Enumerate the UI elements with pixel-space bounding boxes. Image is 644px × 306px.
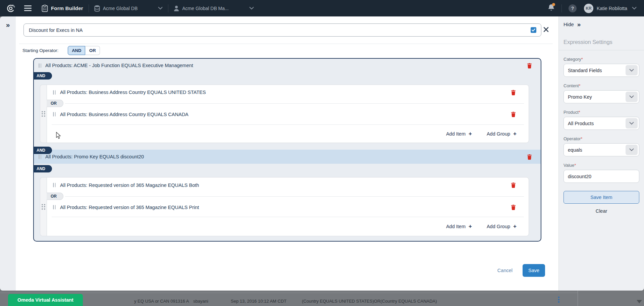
root-expression-group: All Products: ACME - Job Function EQUALS… <box>33 58 541 242</box>
chevron-down-icon <box>626 65 638 75</box>
drag-handle-icon[interactable] <box>39 63 41 68</box>
omeda-logo-icon[interactable] <box>0 3 21 13</box>
expression-name-input[interactable] <box>23 23 541 37</box>
chevron-down-icon <box>626 92 638 102</box>
expression-item-text: All Products: Requested version of 365 M… <box>60 183 199 188</box>
content-select[interactable]: Promo Key <box>564 90 639 103</box>
subgroup-2: All Products: Requested version of 365 M… <box>40 177 529 236</box>
form-builder-modal: » Starting Operator: AND OR All Products… <box>0 16 644 291</box>
nav-divider <box>168 4 168 12</box>
value-input[interactable] <box>564 170 639 183</box>
delete-item-icon[interactable] <box>526 62 533 69</box>
background-cell-name: y EQ USA or CAN 091316 A <box>134 299 189 304</box>
form-builder-clipboard-icon <box>42 5 48 12</box>
selected-expression-item-row[interactable]: All Products: Promo Key EQUALS discount2… <box>34 150 541 164</box>
drag-handle-icon[interactable] <box>53 183 56 187</box>
user-menu-chevron-icon[interactable] <box>632 7 637 10</box>
group-drag-handle[interactable] <box>40 177 47 236</box>
dimmed-background-row: y EQ USA or CAN 091316 A sbayani Sep 13,… <box>0 291 644 306</box>
omeda-virtual-assistant-button[interactable]: Omeda Virtual Assistant <box>8 294 83 306</box>
close-icon[interactable] <box>543 27 549 33</box>
database-icon <box>94 5 100 12</box>
plus-icon: + <box>513 223 517 230</box>
category-select[interactable]: Standard Fields <box>564 64 639 77</box>
expression-item-row[interactable]: All Products: ACME - Job Function EQUALS… <box>34 59 541 72</box>
or-operator-badge: OR <box>47 100 63 107</box>
nav-divider <box>561 4 562 12</box>
hamburger-menu-icon[interactable] <box>24 5 32 11</box>
starting-operator-and-button[interactable]: AND <box>68 46 85 55</box>
operator-select[interactable]: equals <box>564 143 639 156</box>
delete-item-icon[interactable] <box>510 204 517 211</box>
starting-operator-or-button[interactable]: OR <box>85 46 100 55</box>
nav-divider <box>89 4 89 12</box>
add-item-button[interactable]: Add Item + <box>446 131 472 137</box>
chevron-down-icon <box>249 7 254 10</box>
drag-handle-icon[interactable] <box>53 112 56 116</box>
save-button[interactable]: Save <box>523 264 545 277</box>
delete-item-icon[interactable] <box>510 89 517 96</box>
clear-button[interactable]: Clear <box>564 208 639 214</box>
save-item-button[interactable]: Save Item <box>564 191 639 204</box>
title-divider <box>19 44 553 44</box>
builder-main-area: Starting Operator: AND OR All Products: … <box>16 16 558 291</box>
hide-panel-button[interactable]: Hide » <box>564 21 639 28</box>
background-column-divider <box>578 291 578 306</box>
background-cell-description: (Country EQUALS UNITED STATES)OR(Country… <box>302 299 437 304</box>
operator-label: Operator* <box>564 136 639 141</box>
expression-item-row[interactable]: All Products: Business Address Country E… <box>47 107 529 121</box>
background-row-divider <box>0 293 578 293</box>
help-icon[interactable]: ? <box>569 4 577 12</box>
expression-item-text: All Products: Promo Key EQUALS discount2… <box>45 154 144 159</box>
and-operator-badge: AND <box>33 165 52 172</box>
delete-item-icon[interactable] <box>510 182 517 189</box>
or-operator-badge: OR <box>47 193 63 200</box>
starting-operator-label: Starting Operator: <box>22 48 58 53</box>
content-label: Content* <box>564 83 639 88</box>
drag-handle-icon[interactable] <box>53 90 56 95</box>
app-title: Form Builder <box>51 5 83 11</box>
subgroup-1: All Products: Business Address Country E… <box>40 85 529 143</box>
expression-item-text: All Products: Business Address Country E… <box>60 90 206 95</box>
grip-dots-icon <box>42 111 45 117</box>
expression-item-row[interactable]: All Products: Business Address Country E… <box>47 85 529 100</box>
add-group-button[interactable]: Add Group + <box>487 131 517 137</box>
add-item-button[interactable]: Add Item + <box>446 223 472 230</box>
delete-item-icon[interactable] <box>510 111 517 118</box>
panel-divider <box>559 50 644 50</box>
profile-selector[interactable]: Acme Global DB Ma... <box>174 5 254 11</box>
plus-icon: + <box>469 223 472 230</box>
profile-selector-value: Acme Global DB Ma... <box>182 6 229 11</box>
scroll-down-triangle-icon <box>637 300 642 303</box>
notification-dot <box>552 3 555 6</box>
row-kebab-menu-icon[interactable] <box>558 297 559 303</box>
add-group-button[interactable]: Add Group + <box>487 223 517 230</box>
app-title-item[interactable]: Form Builder <box>42 5 83 12</box>
chevron-down-icon <box>626 145 638 155</box>
expression-item-row[interactable]: All Products: Requested version of 365 M… <box>47 200 529 214</box>
group-drag-handle[interactable] <box>40 85 47 143</box>
and-operator-badge: AND <box>33 147 52 154</box>
database-selector[interactable]: Acme Global DB <box>94 5 163 12</box>
drag-handle-icon[interactable] <box>39 155 41 159</box>
plus-icon: + <box>513 131 517 137</box>
plus-icon: + <box>469 131 472 137</box>
user-name: Katie Robilotta <box>597 6 627 11</box>
cancel-button[interactable]: Cancel <box>497 268 513 273</box>
product-select[interactable]: All Products <box>564 117 639 130</box>
panel-title: Expression Settings <box>564 39 639 45</box>
expression-settings-panel: Hide » Expression Settings Category* Sta… <box>558 16 644 291</box>
expression-item-row[interactable]: All Products: Requested version of 365 M… <box>47 177 529 193</box>
user-avatar[interactable]: KR <box>584 4 593 13</box>
notifications-bell-icon[interactable] <box>548 4 555 13</box>
category-label: Category* <box>564 57 639 62</box>
background-cell-creator: sbayani <box>193 299 208 304</box>
top-navbar: Form Builder Acme Global DB Acme Global … <box>0 0 644 16</box>
name-checkbox[interactable] <box>531 27 536 33</box>
delete-item-icon[interactable] <box>526 153 533 160</box>
or-divider-line <box>65 196 524 197</box>
background-cell-date: Sep 13, 2016 10:12 AM CDT <box>231 299 286 304</box>
expression-item-text: All Products: Requested version of 365 M… <box>60 205 199 210</box>
expand-panel-icon[interactable]: » <box>6 21 10 29</box>
drag-handle-icon[interactable] <box>53 205 56 209</box>
